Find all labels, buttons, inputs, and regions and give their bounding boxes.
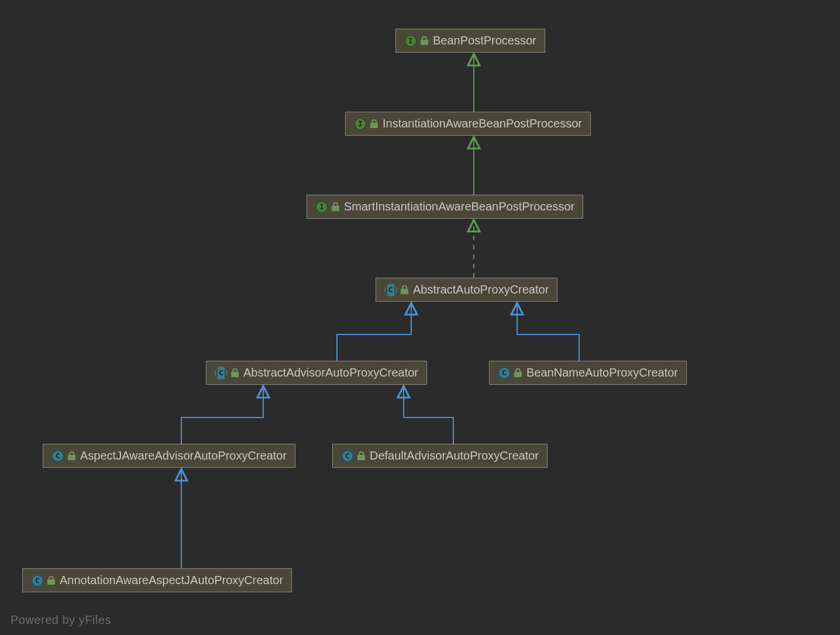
- lock-icon: [68, 451, 75, 460]
- node-label: BeanPostProcessor: [433, 34, 536, 47]
- lock-icon: [370, 119, 378, 128]
- node-label: AnnotationAwareAspectJAutoProxyCreator: [60, 574, 283, 587]
- node-aspectj-aware-advisor-auto-proxy-creator[interactable]: C AspectJAwareAdvisorAutoProxyCreator: [43, 444, 295, 468]
- lock-icon: [514, 368, 522, 377]
- node-label: AbstractAdvisorAutoProxyCreator: [243, 366, 418, 379]
- node-label: AbstractAutoProxyCreator: [413, 283, 549, 296]
- lock-icon: [47, 576, 55, 585]
- abstract-class-icon: C: [215, 367, 228, 379]
- lock-icon: [401, 285, 408, 294]
- node-label: InstantiationAwareBeanPostProcessor: [383, 117, 582, 130]
- node-default-advisor-auto-proxy-creator[interactable]: C DefaultAdvisorAutoProxyCreator: [332, 444, 548, 468]
- node-label: DefaultAdvisorAutoProxyCreator: [370, 449, 539, 463]
- interface-icon: I: [315, 201, 328, 213]
- class-icon: C: [51, 450, 64, 463]
- edge-n6-n4: [181, 386, 263, 444]
- lock-icon: [332, 202, 339, 211]
- node-label: SmartInstantiationAwareBeanPostProcessor: [344, 200, 574, 213]
- edges-layer: [0, 0, 840, 635]
- lock-icon: [357, 451, 365, 460]
- node-instantiation-aware-bpp[interactable]: I InstantiationAwareBeanPostProcessor: [345, 112, 591, 136]
- abstract-class-icon: C: [384, 284, 397, 296]
- node-bean-name-auto-proxy-creator[interactable]: C BeanNameAutoProxyCreator: [489, 361, 687, 385]
- lock-icon: [421, 36, 428, 45]
- node-bean-post-processor[interactable]: I BeanPostProcessor: [395, 29, 545, 53]
- node-abstract-auto-proxy-creator[interactable]: C AbstractAutoProxyCreator: [376, 278, 557, 302]
- edge-n5-n3: [517, 303, 579, 361]
- footer-text: Powered by yFiles: [11, 613, 111, 626]
- class-icon: C: [31, 574, 44, 587]
- interface-icon: I: [354, 118, 367, 130]
- edge-n4-n3: [337, 303, 411, 361]
- footer-credit: Powered by yFiles: [11, 613, 111, 627]
- node-smart-instantiation-aware-bpp[interactable]: I SmartInstantiationAwareBeanPostProcess…: [307, 195, 583, 219]
- node-label: BeanNameAutoProxyCreator: [526, 366, 678, 379]
- node-annotation-aware-aspectj-auto-proxy-creator[interactable]: C AnnotationAwareAspectJAutoProxyCreator: [22, 568, 292, 592]
- class-icon: C: [341, 450, 354, 463]
- node-abstract-advisor-auto-proxy-creator[interactable]: C AbstractAdvisorAutoProxyCreator: [206, 361, 427, 385]
- class-icon: C: [498, 367, 511, 379]
- lock-icon: [231, 368, 239, 377]
- diagram-canvas: I BeanPostProcessor I InstantiationAware…: [0, 0, 840, 635]
- edge-n7-n4: [404, 386, 453, 444]
- interface-icon: I: [404, 34, 417, 47]
- node-label: AspectJAwareAdvisorAutoProxyCreator: [80, 449, 287, 463]
